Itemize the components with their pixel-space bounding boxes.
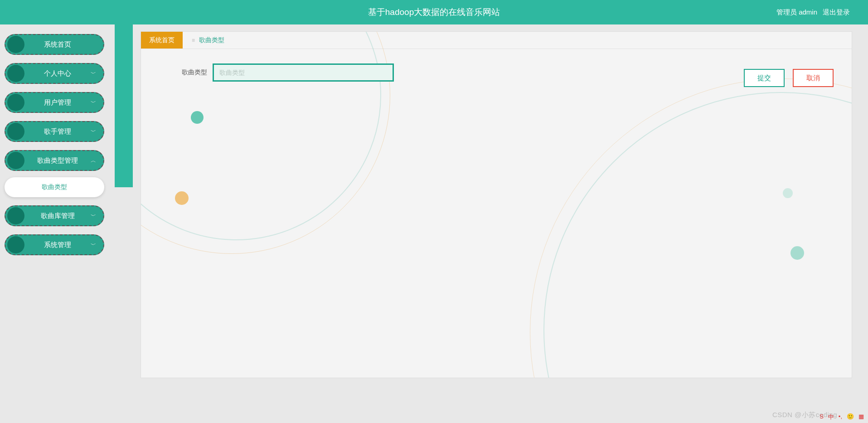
form-row: 歌曲类型 — [182, 63, 394, 82]
button-label: 取消 — [806, 74, 820, 83]
header-right: 管理员 admin 退出登录 — [776, 8, 850, 17]
sidebar-item-singers[interactable]: 歌手管理 ﹀ — [5, 121, 104, 142]
main-panel: 系统首页 ≡ 歌曲类型 歌曲类型 提交 取消 — [141, 31, 852, 378]
sidebar-item-label: 系统首页 — [24, 40, 91, 49]
sidebar-item-label: 用户管理 — [24, 98, 91, 107]
ime-icon[interactable]: •, — [837, 413, 844, 421]
header-bar: 基于hadoop大数据的在线音乐网站 管理员 admin 退出登录 — [0, 0, 868, 24]
decor-dot — [783, 188, 793, 198]
chevron-down-icon: ﹀ — [91, 128, 103, 136]
pill-knob — [7, 123, 24, 140]
decor-dot — [175, 191, 189, 205]
sidebar-item-system[interactable]: 系统管理 ﹀ — [5, 234, 104, 255]
decor-arc — [141, 31, 381, 240]
sidebar-item-label: 个人中心 — [24, 69, 91, 78]
ime-icon[interactable]: S — [818, 413, 825, 421]
chevron-down-icon: ﹀ — [91, 70, 103, 78]
decor-arc — [530, 78, 852, 378]
cancel-button[interactable]: 取消 — [793, 69, 834, 87]
chevron-down-icon: ﹀ — [91, 241, 103, 249]
pill-knob — [7, 94, 24, 111]
button-label: 提交 — [757, 74, 771, 83]
pill-knob — [7, 65, 24, 82]
sidebar-item-song-library[interactable]: 歌曲库管理 ﹀ — [5, 205, 104, 226]
sidebar-item-home[interactable]: 系统首页 — [5, 34, 104, 55]
submit-button[interactable]: 提交 — [744, 69, 785, 87]
logout-link[interactable]: 退出登录 — [823, 8, 850, 17]
ime-bar: S 中 •, 🙂 ▦ — [818, 413, 865, 421]
menu-icon: ≡ — [192, 37, 194, 44]
pill-knob — [7, 236, 24, 253]
ime-icon[interactable]: ▦ — [857, 413, 865, 421]
admin-label[interactable]: 管理员 admin — [776, 8, 817, 17]
field-label: 歌曲类型 — [182, 68, 207, 77]
sidebar-item-label: 歌曲库管理 — [24, 212, 91, 220]
pill-knob — [7, 207, 24, 224]
tab-home[interactable]: 系统首页 — [141, 32, 183, 49]
chevron-up-icon: ︿ — [91, 157, 103, 165]
sidebar-subitem-song-type[interactable]: 歌曲类型 — [5, 177, 104, 197]
sidebar-subitem-label: 歌曲类型 — [42, 183, 67, 191]
ime-icon[interactable]: 🙂 — [845, 413, 855, 421]
sidebar-item-label: 系统管理 — [24, 241, 91, 249]
decor-dot — [790, 246, 804, 260]
decor-dot — [191, 111, 204, 124]
tab-current[interactable]: ≡ 歌曲类型 — [183, 32, 233, 49]
ime-icon[interactable]: 中 — [827, 413, 835, 421]
sidebar-item-profile[interactable]: 个人中心 ﹀ — [5, 63, 104, 84]
pill-knob — [7, 36, 24, 53]
sidebar-item-label: 歌手管理 — [24, 127, 91, 136]
song-type-input[interactable] — [213, 63, 394, 82]
accent-block — [115, 24, 133, 187]
sidebar: 系统首页 个人中心 ﹀ 用户管理 ﹀ 歌手管理 ﹀ 歌曲类型管理 ︿ 歌曲类型 … — [5, 34, 109, 263]
chevron-down-icon: ﹀ — [91, 99, 103, 107]
tab-bar: 系统首页 ≡ 歌曲类型 — [141, 32, 852, 49]
sidebar-item-song-types[interactable]: 歌曲类型管理 ︿ — [5, 150, 104, 171]
chevron-down-icon: ﹀ — [91, 212, 103, 220]
tab-label: 系统首页 — [149, 36, 175, 44]
sidebar-item-users[interactable]: 用户管理 ﹀ — [5, 92, 104, 113]
tab-label: 歌曲类型 — [199, 36, 224, 44]
sidebar-item-label: 歌曲类型管理 — [24, 156, 91, 165]
app-title: 基于hadoop大数据的在线音乐网站 — [368, 6, 500, 18]
pill-knob — [7, 152, 24, 169]
decor-arc — [543, 92, 852, 378]
button-group: 提交 取消 — [744, 69, 834, 87]
